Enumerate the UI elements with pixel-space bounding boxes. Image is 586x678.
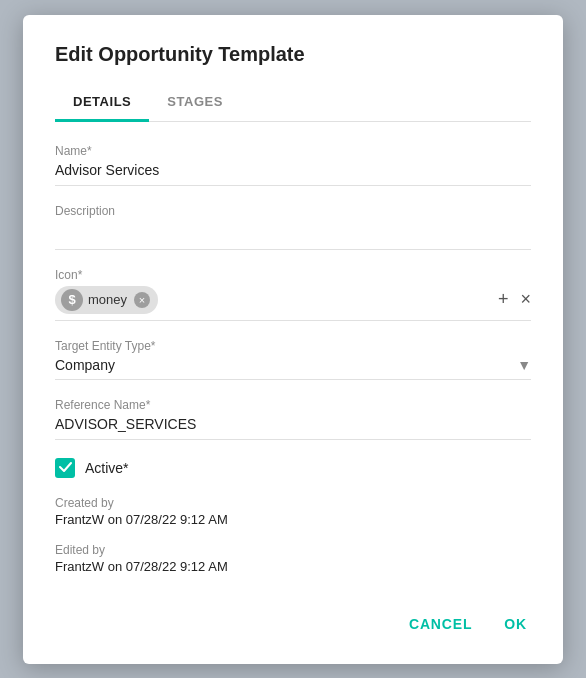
icon-field: $ money × + × [55, 286, 531, 321]
edited-by-value: FrantzW on 07/28/22 9:12 AM [55, 559, 531, 574]
name-value[interactable]: Advisor Services [55, 162, 531, 186]
icon-field-actions: + × [498, 289, 531, 310]
active-checkbox-row: Active* [55, 458, 531, 478]
checkmark-icon [59, 461, 72, 474]
icon-badge-label: money [88, 292, 127, 307]
description-value[interactable] [55, 222, 531, 250]
target-entity-value: Company [55, 357, 115, 373]
tabs-bar: DETAILS STAGES [55, 86, 531, 122]
target-entity-label: Target Entity Type* [55, 339, 531, 353]
icon-badge: $ money × [55, 286, 158, 314]
modal-title: Edit Opportunity Template [55, 43, 531, 66]
created-by-label: Created by [55, 496, 531, 510]
icon-close-button[interactable]: × [520, 289, 531, 310]
reference-name-label: Reference Name* [55, 398, 531, 412]
target-entity-field-group: Target Entity Type* Company ▼ [55, 339, 531, 380]
icon-field-group: Icon* $ money × + × [55, 268, 531, 321]
reference-name-field-group: Reference Name* ADVISOR_SERVICES [55, 398, 531, 440]
created-by-value: FrantzW on 07/28/22 9:12 AM [55, 512, 531, 527]
tab-stages[interactable]: STAGES [149, 86, 241, 122]
edited-by-group: Edited by FrantzW on 07/28/22 9:12 AM [55, 543, 531, 574]
icon-remove-button[interactable]: × [134, 292, 150, 308]
edited-by-label: Edited by [55, 543, 531, 557]
name-field-group: Name* Advisor Services [55, 144, 531, 186]
created-by-group: Created by FrantzW on 07/28/22 9:12 AM [55, 496, 531, 527]
description-label: Description [55, 204, 531, 218]
icon-label: Icon* [55, 268, 531, 282]
active-label: Active* [85, 460, 129, 476]
modal-edit-opportunity-template: Edit Opportunity Template DETAILS STAGES… [23, 15, 563, 664]
dollar-icon: $ [61, 289, 83, 311]
active-checkbox[interactable] [55, 458, 75, 478]
target-entity-select[interactable]: Company ▼ [55, 357, 531, 380]
cancel-button[interactable]: CANCEL [405, 608, 476, 640]
name-label: Name* [55, 144, 531, 158]
tab-details[interactable]: DETAILS [55, 86, 149, 122]
modal-footer: CANCEL OK [55, 598, 531, 640]
description-field-group: Description [55, 204, 531, 250]
icon-add-button[interactable]: + [498, 289, 509, 310]
reference-name-value[interactable]: ADVISOR_SERVICES [55, 416, 531, 440]
ok-button[interactable]: OK [500, 608, 531, 640]
chevron-down-icon: ▼ [517, 357, 531, 373]
